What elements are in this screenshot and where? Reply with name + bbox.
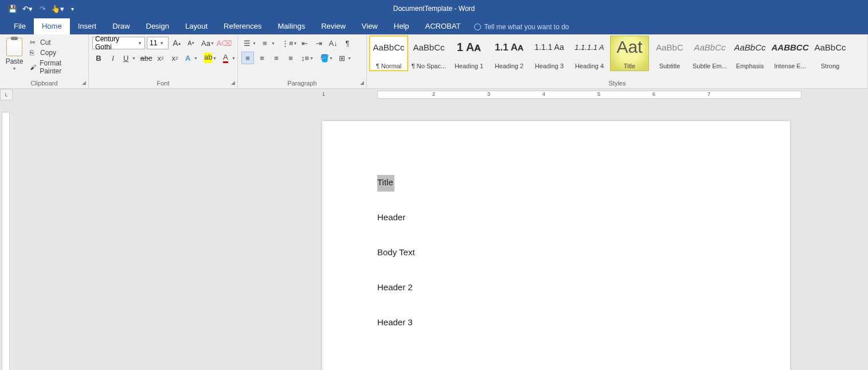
font-color-button[interactable]: A▼ bbox=[221, 52, 238, 64]
underline-button[interactable]: U▼ bbox=[121, 52, 138, 64]
style-preview: AaBbCc bbox=[373, 38, 404, 56]
italic-button[interactable]: I bbox=[107, 52, 119, 64]
style-preview: AaBbCc bbox=[413, 38, 444, 56]
tab-insert[interactable]: Insert bbox=[70, 18, 105, 34]
document-line[interactable]: Header 3 bbox=[377, 317, 790, 327]
page[interactable]: TitleHeaderBody TextHeader 2Header 3 bbox=[322, 121, 790, 370]
style-tile-heading-4[interactable]: 1.1.1.1 AHeading 4 bbox=[570, 36, 609, 71]
tab-home[interactable]: Home bbox=[34, 18, 70, 34]
style-name-label: Strong bbox=[812, 63, 848, 69]
style-tile-heading-3[interactable]: 1.1.1 AaHeading 3 bbox=[530, 36, 569, 71]
style-tile-title[interactable]: AatTitle bbox=[610, 36, 649, 71]
scissors-icon bbox=[30, 38, 38, 46]
style-tile-intense-e-[interactable]: AABBCCIntense E... bbox=[771, 36, 810, 71]
copy-button[interactable]: Copy bbox=[28, 48, 85, 57]
group-label-paragraph: Paragraph bbox=[287, 80, 316, 87]
redo-icon[interactable]: ↷ bbox=[36, 2, 49, 15]
style-preview: AaBbCc bbox=[694, 38, 725, 56]
style-tile-strong[interactable]: AaBbCcStrong bbox=[811, 36, 850, 71]
style-preview: Aat bbox=[616, 38, 642, 56]
paste-icon bbox=[6, 38, 22, 56]
group-label-font: Font bbox=[157, 80, 169, 87]
style-name-label: Title bbox=[612, 63, 647, 69]
cut-button[interactable]: Cut bbox=[28, 38, 85, 47]
multilevel-list-button[interactable]: ⋮≡▼ bbox=[279, 37, 296, 49]
tell-me-label: Tell me what you want to do bbox=[484, 23, 569, 31]
tab-acrobat[interactable]: ACROBAT bbox=[417, 18, 469, 34]
tab-review[interactable]: Review bbox=[313, 18, 354, 34]
style-tile-emphasis[interactable]: AaBbCcEmphasis bbox=[730, 36, 769, 71]
shading-button[interactable]: 🪣▼ bbox=[318, 52, 335, 64]
superscript-button[interactable]: x2 bbox=[169, 52, 181, 64]
clear-formatting-button[interactable]: A⌫ bbox=[218, 37, 230, 49]
tab-file[interactable]: File bbox=[6, 18, 34, 34]
qat-customize-icon[interactable]: ▾ bbox=[65, 2, 79, 15]
shrink-font-button[interactable]: A▾ bbox=[185, 37, 197, 49]
align-right-button[interactable]: ≡ bbox=[270, 52, 283, 64]
tab-layout[interactable]: Layout bbox=[177, 18, 216, 34]
document-line[interactable]: Title bbox=[377, 177, 790, 187]
document-line[interactable]: Header bbox=[377, 212, 790, 222]
style-name-label: ¶ No Spac... bbox=[411, 63, 447, 69]
line-spacing-button[interactable]: ↕≡▼ bbox=[299, 52, 316, 64]
style-tile-heading-2[interactable]: 1.1 AᴀHeading 2 bbox=[490, 36, 529, 71]
style-tile-heading-1[interactable]: 1 AᴀHeading 1 bbox=[449, 36, 488, 71]
tab-mailings[interactable]: Mailings bbox=[270, 18, 314, 34]
subscript-button[interactable]: x2 bbox=[154, 52, 167, 64]
ruler-h-track[interactable]: 1 2 3 4 5 6 7 bbox=[13, 89, 868, 100]
group-styles: AaBbCc¶ NormalAaBbCc¶ No Spac...1 AᴀHead… bbox=[367, 34, 868, 88]
paragraph-launcher-icon[interactable]: ◢ bbox=[360, 80, 364, 85]
selected-text: Title bbox=[377, 175, 394, 192]
strikethrough-button[interactable]: abc bbox=[140, 52, 153, 64]
style-name-label: ¶ Normal bbox=[371, 63, 406, 69]
tab-design[interactable]: Design bbox=[138, 18, 177, 34]
tab-help[interactable]: Help bbox=[386, 18, 417, 34]
bullets-button[interactable]: ☰▼ bbox=[241, 37, 259, 49]
paste-label: Paste bbox=[6, 57, 24, 65]
style-tile--no-spac-[interactable]: AaBbCc¶ No Spac... bbox=[409, 36, 448, 71]
grow-font-button[interactable]: A▴ bbox=[170, 37, 183, 49]
document-line[interactable]: Header 2 bbox=[377, 282, 790, 292]
borders-button[interactable]: ⊞▼ bbox=[337, 52, 354, 64]
paste-button[interactable]: Paste ▼ bbox=[3, 37, 25, 71]
font-launcher-icon[interactable]: ◢ bbox=[231, 80, 235, 85]
increase-indent-button[interactable]: ⇥ bbox=[312, 37, 325, 49]
decrease-indent-button[interactable]: ⇤ bbox=[298, 37, 311, 49]
window-title: DocumentTemplate - Word bbox=[393, 5, 475, 13]
sort-button[interactable]: A↓ bbox=[327, 37, 339, 49]
style-tile-subtle-em-[interactable]: AaBbCcSubtle Em... bbox=[690, 36, 729, 71]
group-label-clipboard: Clipboard bbox=[30, 80, 57, 87]
style-tile--normal[interactable]: AaBbCc¶ Normal bbox=[369, 36, 408, 71]
style-tile-subtitle[interactable]: AaBbCSubtitle bbox=[650, 36, 689, 71]
numbering-button[interactable]: ≡▼ bbox=[260, 37, 277, 49]
font-name-combo[interactable]: Century Gothi▼ bbox=[92, 37, 145, 49]
clipboard-launcher-icon[interactable]: ◢ bbox=[82, 80, 86, 85]
save-icon[interactable]: 💾 bbox=[6, 2, 19, 15]
style-preview: AaBbC bbox=[656, 38, 683, 56]
style-preview: 1.1 Aᴀ bbox=[495, 38, 523, 56]
font-size-combo[interactable]: 11▼ bbox=[147, 37, 169, 49]
touch-mode-icon[interactable]: 👆▾ bbox=[50, 2, 64, 15]
style-name-label: Heading 1 bbox=[451, 63, 487, 69]
undo-icon[interactable]: ↶▾ bbox=[21, 2, 34, 15]
align-left-button[interactable]: ≡ bbox=[241, 52, 254, 64]
tab-view[interactable]: View bbox=[354, 18, 386, 34]
change-case-button[interactable]: Aa▼ bbox=[199, 37, 216, 49]
title-bar: 💾 ↶▾ ↷ 👆▾ ▾ DocumentTemplate - Word bbox=[0, 0, 868, 17]
ruler-vertical[interactable] bbox=[0, 100, 13, 370]
copy-icon bbox=[30, 49, 38, 57]
document-line[interactable]: Body Text bbox=[377, 247, 790, 257]
document-canvas[interactable]: TitleHeaderBody TextHeader 2Header 3 bbox=[13, 100, 868, 370]
tab-references[interactable]: References bbox=[216, 18, 269, 34]
bold-button[interactable]: B bbox=[92, 52, 105, 64]
justify-button[interactable]: ≡ bbox=[284, 52, 297, 64]
group-paragraph: ☰▼ ≡▼ ⋮≡▼ ⇤ ⇥ A↓ ¶ ≡ ≡ ≡ ≡ ↕≡▼ 🪣▼ ⊞▼ Par… bbox=[238, 34, 367, 88]
tab-draw[interactable]: Draw bbox=[104, 18, 138, 34]
text-effects-button[interactable]: A▼ bbox=[183, 52, 200, 64]
show-marks-button[interactable]: ¶ bbox=[341, 37, 354, 49]
format-painter-button[interactable]: Format Painter bbox=[28, 59, 85, 76]
tell-me-search[interactable]: Tell me what you want to do bbox=[468, 20, 574, 34]
tab-selector[interactable]: L bbox=[0, 89, 13, 100]
align-center-button[interactable]: ≡ bbox=[256, 52, 268, 64]
highlight-button[interactable]: ab▼ bbox=[202, 52, 219, 64]
